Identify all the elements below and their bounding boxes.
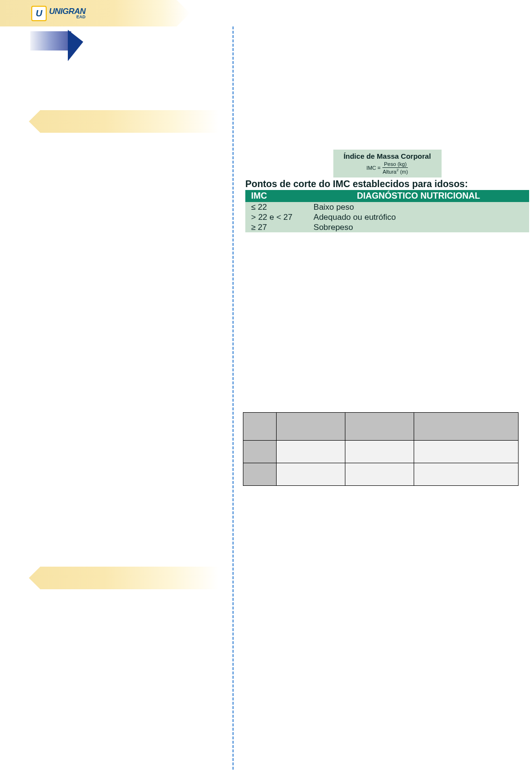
- table-cell: [345, 463, 414, 486]
- imc-row: > 22 e < 27 Adequado ou eutrófico: [245, 212, 529, 222]
- table-cell: [414, 441, 518, 463]
- table-row: [243, 441, 519, 463]
- logo: U UNIGRAN EAD: [31, 6, 86, 21]
- imc-cell-imc: > 22 e < 27: [245, 212, 308, 222]
- table-cell: [276, 441, 345, 463]
- imc-table: IMC DIAGNÓSTICO NUTRICIONAL ≤ 22 Baixo p…: [245, 190, 529, 233]
- imc-cell-diag: Adequado ou eutrófico: [308, 212, 529, 222]
- table-cell: [414, 463, 518, 486]
- table-cell: [243, 441, 277, 463]
- imc-block: Índice de Massa Corporal IMC = Peso (kg)…: [245, 150, 529, 232]
- imc-cell-diag: Baixo peso: [308, 202, 529, 212]
- imc-cell-imc: ≤ 22: [245, 202, 308, 212]
- imc-formula: IMC = Peso (kg) Altura2 (m): [335, 162, 440, 175]
- imc-th-imc: IMC: [245, 190, 308, 202]
- imc-cell-diag: Sobrepeso: [308, 222, 529, 232]
- table-row: [243, 463, 519, 486]
- logo-sub: EAD: [49, 15, 86, 19]
- imc-formula-lhs: IMC =: [367, 165, 381, 171]
- table-cell: [243, 463, 277, 486]
- table-header-cell: [414, 413, 518, 441]
- column-divider: [232, 26, 234, 770]
- imc-formula-numerator: Peso (kg): [382, 162, 408, 168]
- section-arrow-left-1: [29, 110, 219, 133]
- imc-title-box: Índice de Massa Corporal IMC = Peso (kg)…: [333, 150, 442, 177]
- imc-formula-denominator: Altura2 (m): [382, 168, 408, 175]
- imc-row: ≥ 27 Sobrepeso: [245, 222, 529, 232]
- imc-cutoff-heading: Pontos de corte do IMC establecidos para…: [245, 178, 529, 190]
- imc-th-diag: DIAGNÓSTICO NUTRICIONAL: [308, 190, 529, 202]
- table-cell: [276, 463, 345, 486]
- table-cell: [345, 441, 414, 463]
- section-arrow-icon: [30, 30, 83, 61]
- table-header-cell: [276, 413, 345, 441]
- imc-row: ≤ 22 Baixo peso: [245, 202, 529, 212]
- table-header-cell: [345, 413, 414, 441]
- logo-brand: UNIGRAN: [49, 8, 86, 15]
- top-banner: U UNIGRAN EAD: [0, 0, 190, 26]
- imc-cell-imc: ≥ 27: [245, 222, 308, 232]
- table-header-cell: [243, 413, 277, 441]
- logo-badge: U: [31, 6, 47, 21]
- table-row: [243, 413, 519, 441]
- imc-title: Índice de Massa Corporal: [335, 152, 440, 160]
- grey-table: [243, 412, 519, 486]
- section-arrow-left-2: [29, 567, 219, 589]
